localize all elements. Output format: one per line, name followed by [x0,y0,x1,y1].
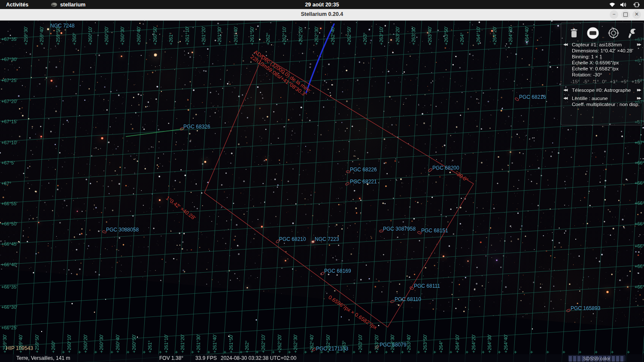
maximize-button[interactable] [621,10,630,19]
sky-view[interactable]: NGC 7248PGC 68216PGC 68326PGC 68226PGC 6… [0,21,644,362]
sky-object-label[interactable]: PGC 68221 [350,179,377,185]
galaxy-marker[interactable] [345,182,349,186]
grid-plus-mark [482,351,484,353]
prev-lens-button[interactable]: ◀◀ [563,96,567,100]
grid-ra-label: +264°20' [471,334,477,353]
grid-dec-label: +66°50' [635,180,644,186]
sky-object-label[interactable]: NGC 7248 [50,23,75,29]
grid-plus-mark [450,351,452,353]
close-button[interactable]: ✕ [632,10,641,19]
grid-ra-line [191,21,212,362]
grid-ra-line [319,21,341,362]
battery-icon [631,2,640,7]
sky-object-label[interactable]: PGC 68216 [519,94,546,100]
rotate-plus-1-button[interactable]: +1° [610,79,618,84]
sky-object-label[interactable]: PGC 68169 [324,268,351,274]
prev-sensor-button[interactable]: ◀◀ [563,43,567,46]
window-title: Stellarium 0.20.4 [0,11,644,17]
sky-object-label[interactable]: PGC 68110 [395,296,421,302]
sky-object-label[interactable]: PGC 68326 [183,124,210,130]
grid-dec-label: +66°45' [1,241,17,246]
grid-ra-label: +262° [244,341,250,353]
sky-object-label[interactable]: PGC 68200 [432,165,459,171]
grid-ra-label: +264° [438,341,444,353]
minimize-button[interactable]: − [610,10,618,19]
sensor-frame-icon[interactable] [586,27,599,40]
window-title-bar[interactable]: Stellarium 0.20.4 − ✕ [0,9,644,21]
grid-plus-mark [579,351,581,353]
sky-object-label[interactable]: PGC 68151 [421,228,448,234]
grid-dec-line [0,162,644,203]
grid-ra-label: +260° [72,33,77,45]
rotate-minus-1-button[interactable]: -1° [592,79,599,84]
survey-progress: SDSS9 color [568,355,626,362]
grid-ra-label: +262°30' [314,26,319,45]
sky-object-label[interactable]: PGC 3088058 [106,227,139,233]
lens-selector: ◀◀ Lentille : aucune ▶▶ [561,95,644,101]
rotate-plus-15-button[interactable]: +15° [632,79,642,84]
grid-ra-label: +260°40' [136,26,142,45]
sky-object-label[interactable]: PGC 68226 [350,167,377,173]
system-tray[interactable] [609,0,640,9]
grid-ra-label: +262°40' [309,334,315,353]
sky-object-label[interactable]: PGC 3087958 [383,226,416,232]
rotate-zero-button[interactable]: 0° [602,79,607,84]
grid-dec-line [0,265,644,306]
sky-object-label[interactable]: NGC 7223 [315,236,339,242]
grid-ra-line [513,21,535,362]
grid-ra-label: +260°10' [88,26,93,45]
grid-ra-label: +263°20' [395,26,401,45]
grid-plus-mark [143,351,146,353]
grid-dec-label: +66°50' [1,221,17,226]
wrench-icon[interactable] [627,28,637,38]
grid-dec-line [0,183,644,224]
grid-ra-label: +263°50' [444,26,449,45]
grid-ra-label: +259°50' [34,334,40,353]
grid-plus-mark [434,351,436,353]
grid-dec-label: +67°10' [1,140,17,145]
grid-plus-mark [94,351,97,353]
telrad-icon[interactable] [608,27,619,39]
activities-button[interactable]: Activités [6,2,28,8]
rotate-plus-5-button[interactable]: +5° [621,79,629,84]
grid-plus-mark [466,351,468,353]
grid-dec-line [0,21,644,60]
sky-object-label[interactable]: PGC 165893 [571,305,600,311]
trash-icon[interactable] [570,28,578,38]
rotate-minus-15-button[interactable]: -15° [571,79,580,84]
grid-dec-label: +66°55' [635,160,644,165]
grid-dec-label: +67°20' [1,99,17,104]
grid-ra-label: +262°30' [293,334,298,353]
grid-ra-label: +260°30' [120,26,125,45]
prev-telescope-button[interactable]: ◀◀ [563,88,567,92]
location-label: Terre, Versailles, 141 m [16,355,70,361]
grid-plus-mark [498,351,501,353]
telescope-selector: ◀◀ Télescope #0: Astrographe ▶▶ [561,87,644,93]
sky-object-label[interactable]: PGC 68210 [279,236,306,242]
grid-ra-label: +261° [147,341,153,353]
grid-dec-label: +66°30' [635,264,644,269]
galaxy-marker[interactable] [515,97,519,101]
grid-plus-mark [514,351,517,353]
grid-ra-line [497,21,519,362]
grid-ra-label: +261°50' [228,334,234,353]
clock[interactable]: 29 août 20:35 [305,2,339,8]
grid-dec-label: +67°25' [1,78,17,83]
next-telescope-button[interactable]: ▶▶ [637,88,641,92]
next-lens-button[interactable]: ▶▶ [637,96,641,100]
grid-plus-mark [272,351,275,353]
sky-object-label[interactable]: PGC 68111 [414,283,440,289]
grid-plus-mark [562,351,565,353]
rotate-minus-5-button[interactable]: -5° [583,79,589,84]
app-menu[interactable]: stellarium [51,2,85,8]
grid-ra-label: +260°10' [67,334,72,353]
grid-dec-label: +66°25' [1,325,17,330]
grid-ra-label: +263°30' [390,334,395,353]
grid-ra-label: +263°20' [374,334,380,353]
galaxy-marker[interactable] [566,309,571,312]
wifi-icon [609,2,616,7]
grid-ra-label: +264°40' [524,26,530,45]
grid-ra-line [45,21,67,362]
oculars-toolbar [561,23,644,42]
next-sensor-button[interactable]: ▶▶ [637,43,641,46]
